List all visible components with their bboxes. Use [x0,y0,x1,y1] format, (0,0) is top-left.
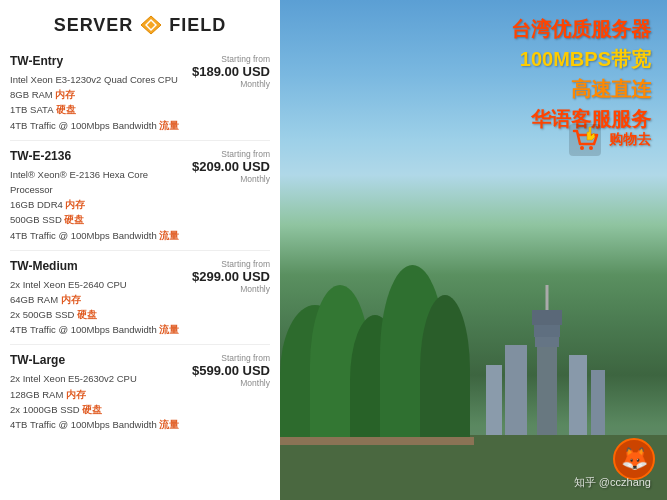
pkg-starting-tw-medium: Starting from [186,259,270,269]
pkg-left-tw-medium: TW-Medium 2x Intel Xeon E5-2640 CPU64GB … [10,259,180,338]
svg-point-4 [580,146,584,150]
background-image: 台湾优质服务器 100MBPS带宽 高速直连 华语客服服务 购物去 🦊 [280,0,667,500]
pkg-monthly-tw-medium: Monthly [186,284,270,294]
pkg-monthly-tw-entry: Monthly [186,79,270,89]
pkg-price-tw-entry: $189.00 USD [186,64,270,79]
pkg-right-tw-e2136: Starting from $209.00 USD Monthly [180,149,270,184]
cart-icon [565,120,605,160]
pkg-name-tw-large: TW-Large [10,353,180,367]
pkg-price-tw-large: $599.00 USD [186,363,270,378]
pkg-price-tw-e2136: $209.00 USD [186,159,270,174]
pkg-starting-tw-entry: Starting from [186,54,270,64]
cart-area[interactable]: 购物去 [565,120,651,160]
logo-icon [137,14,165,36]
taipei101-body [537,310,557,440]
fox-icon: 🦊 [613,438,655,480]
pkg-starting-tw-e2136: Starting from [186,149,270,159]
pkg-left-tw-large: TW-Large 2x Intel Xeon E5-2630v2 CPU128G… [10,353,180,432]
pkg-right-tw-entry: Starting from $189.00 USD Monthly [180,54,270,89]
pkg-spec-tw-medium: 2x Intel Xeon E5-2640 CPU64GB RAM 内存2x 5… [10,277,180,338]
pkg-right-tw-large: Starting from $599.00 USD Monthly [180,353,270,388]
pkg-right-tw-medium: Starting from $299.00 USD Monthly [180,259,270,294]
pkg-left-tw-entry: TW-Entry Intel Xeon E3-1230v2 Quad Cores… [10,54,180,133]
pkg-name-tw-medium: TW-Medium [10,259,180,273]
logo-server-text: SERVER [54,15,134,36]
pkg-spec-tw-entry: Intel Xeon E3-1230v2 Quad Cores CPU8GB R… [10,72,180,133]
pkg-starting-tw-large: Starting from [186,353,270,363]
overlay-line1: 台湾优质服务器 [296,14,651,44]
watermark: 知乎 @cczhang [574,475,651,490]
building-2 [591,370,605,440]
overlay-line3: 高速直连 [296,74,651,104]
tree-5 [420,295,470,445]
building-1 [569,355,587,440]
overlay-line2: 100MBPS带宽 [296,44,651,74]
building-4 [486,365,502,440]
packages-list: TW-Entry Intel Xeon E3-1230v2 Quad Cores… [0,46,280,500]
railing [280,437,474,445]
package-tw-medium: TW-Medium 2x Intel Xeon E5-2640 CPU64GB … [10,251,270,346]
right-panel: 台湾优质服务器 100MBPS带宽 高速直连 华语客服服务 购物去 🦊 [280,0,667,500]
package-tw-e2136: TW-E-2136 Intel® Xeon® E-2136 Hexa CoreP… [10,141,270,251]
pkg-monthly-tw-e2136: Monthly [186,174,270,184]
logo-field-text: FIELD [169,15,226,36]
pkg-spec-tw-large: 2x Intel Xeon E5-2630v2 CPU128GB RAM 内存2… [10,371,180,432]
package-tw-entry: TW-Entry Intel Xeon E3-1230v2 Quad Cores… [10,46,270,141]
overlay-text-area: 台湾优质服务器 100MBPS带宽 高速直连 华语客服服务 [280,0,667,134]
pkg-name-tw-entry: TW-Entry [10,54,180,68]
svg-point-5 [589,146,593,150]
logo-area: SERVER FIELD [0,0,280,46]
pkg-spec-tw-e2136: Intel® Xeon® E-2136 Hexa CoreProcessor16… [10,167,180,243]
pkg-monthly-tw-large: Monthly [186,378,270,388]
pkg-left-tw-e2136: TW-E-2136 Intel® Xeon® E-2136 Hexa CoreP… [10,149,180,243]
cart-label[interactable]: 购物去 [609,131,651,149]
left-panel: SERVER FIELD TW-Entry Intel Xeon E3-1230… [0,0,280,500]
package-tw-large: TW-Large 2x Intel Xeon E5-2630v2 CPU128G… [10,345,270,439]
pkg-price-tw-medium: $299.00 USD [186,269,270,284]
pkg-name-tw-e2136: TW-E-2136 [10,149,180,163]
building-3 [505,345,527,440]
